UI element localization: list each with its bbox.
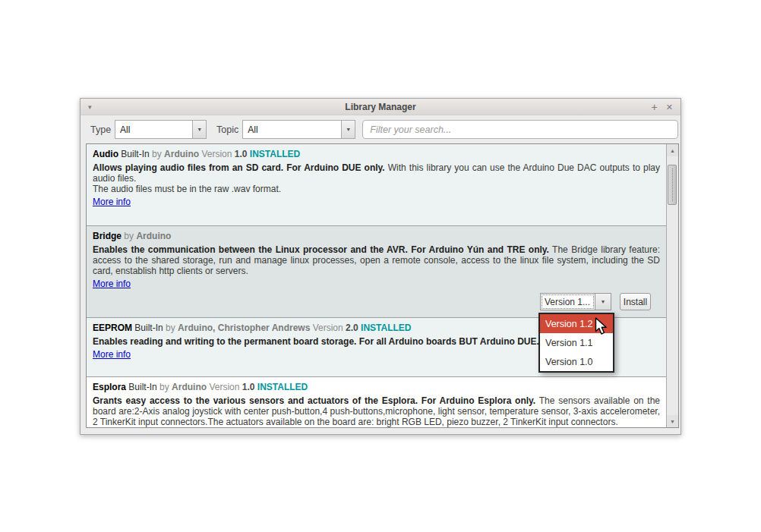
version-option-1-0[interactable]: Version 1.0 xyxy=(540,352,613,371)
install-controls: Version 1... ▼ Install xyxy=(540,293,651,310)
library-name: Bridge xyxy=(93,231,122,241)
maximize-icon[interactable]: + xyxy=(652,102,658,112)
scrollbar-thumb[interactable] xyxy=(668,165,677,205)
description-lead: Allows playing audio files from an SD ca… xyxy=(93,162,385,173)
library-builtin: Built-In xyxy=(128,382,156,392)
titlebar-buttons: + ✕ xyxy=(652,102,673,112)
by-label: by xyxy=(166,323,175,333)
topic-label: Topic xyxy=(216,124,238,135)
description-lead: Grants easy access to the various sensor… xyxy=(93,395,535,406)
search-input[interactable] xyxy=(362,120,678,139)
library-version: 2.0 xyxy=(346,323,358,333)
chevron-down-icon[interactable]: ▼ xyxy=(595,293,611,310)
more-info-link[interactable]: More info xyxy=(93,349,131,360)
more-info-link[interactable]: More info xyxy=(93,197,131,207)
version-select[interactable]: Version 1... xyxy=(540,293,595,310)
type-label: Type xyxy=(90,124,111,135)
version-label: Version xyxy=(313,323,343,333)
library-description: Allows playing audio files from an SD ca… xyxy=(93,162,660,184)
library-author: Arduino, Christopher Andrews xyxy=(178,323,310,333)
description-lead: Enables the communication between the Li… xyxy=(93,244,549,255)
mouse-cursor-icon xyxy=(595,317,608,337)
library-header: Bridge by Arduino xyxy=(93,230,660,242)
scroll-up-icon[interactable]: ▲ xyxy=(667,144,678,156)
close-icon[interactable]: ✕ xyxy=(666,102,673,112)
scroll-down-icon[interactable]: ▼ xyxy=(667,415,678,427)
library-version: 1.0 xyxy=(242,382,255,392)
library-author: Arduino xyxy=(164,149,199,159)
filter-toolbar: Type All ▼ Topic All ▼ xyxy=(81,115,680,143)
library-description: Grants easy access to the various sensor… xyxy=(93,395,660,427)
description-lead: Enables reading and writing to the perma… xyxy=(93,336,539,347)
topic-dropdown[interactable]: All ▼ xyxy=(242,120,355,139)
library-name: Esplora xyxy=(93,382,126,392)
install-button[interactable]: Install xyxy=(620,293,651,310)
vertical-scrollbar[interactable]: ▲ ▼ xyxy=(666,144,678,427)
type-dropdown[interactable]: All ▼ xyxy=(115,120,207,139)
library-builtin: Built-In xyxy=(134,323,163,333)
version-label: Version xyxy=(201,149,232,159)
topic-dropdown-value: All xyxy=(242,120,341,139)
library-manager-window: ▾ Library Manager + ✕ Type All ▼ Topic A… xyxy=(80,98,681,435)
installed-badge: INSTALLED xyxy=(361,323,411,333)
titlebar: ▾ Library Manager + ✕ xyxy=(81,99,680,115)
library-row-bridge[interactable]: Bridge by Arduino Enables the communicat… xyxy=(87,226,666,318)
library-description: Enables the communication between the Li… xyxy=(93,244,660,276)
installed-badge: INSTALLED xyxy=(257,382,308,392)
type-dropdown-value: All xyxy=(115,120,192,139)
chevron-down-icon[interactable]: ▼ xyxy=(192,120,207,139)
library-description-line2: The audio files must be in the raw .wav … xyxy=(93,184,660,194)
by-label: by xyxy=(124,231,134,241)
library-header: Esplora Built-In by Arduino Version 1.0 … xyxy=(93,381,660,393)
chevron-down-icon[interactable]: ▼ xyxy=(341,120,355,139)
library-author: Arduino xyxy=(172,382,207,392)
library-name: Audio xyxy=(93,149,118,159)
library-builtin: Built-In xyxy=(121,149,149,159)
library-version: 1.0 xyxy=(235,149,248,159)
installed-badge: INSTALLED xyxy=(250,149,300,159)
library-row-audio[interactable]: Audio Built-In by Arduino Version 1.0 IN… xyxy=(87,144,666,226)
library-row-esplora[interactable]: Esplora Built-In by Arduino Version 1.0 … xyxy=(87,377,666,427)
library-rows: Audio Built-In by Arduino Version 1.0 IN… xyxy=(87,144,666,427)
library-name: EEPROM xyxy=(93,323,132,333)
window-menu-icon[interactable]: ▾ xyxy=(88,103,92,111)
version-label: Version xyxy=(209,382,239,392)
library-header: Audio Built-In by Arduino Version 1.0 IN… xyxy=(93,148,660,160)
by-label: by xyxy=(152,149,162,159)
library-list-panel: Audio Built-In by Arduino Version 1.0 IN… xyxy=(86,143,679,428)
library-author: Arduino xyxy=(136,231,171,241)
window-title: Library Manager xyxy=(81,102,680,112)
more-info-link[interactable]: More info xyxy=(93,279,131,289)
by-label: by xyxy=(159,382,169,392)
